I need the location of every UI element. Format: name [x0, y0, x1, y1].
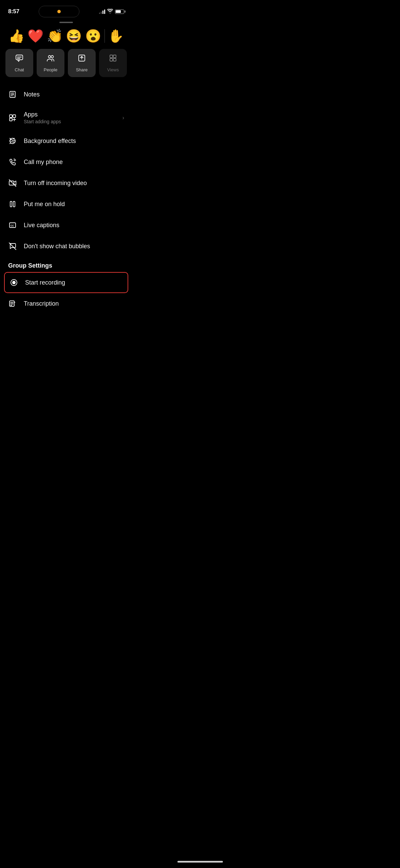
transcription-content: Transcription: [24, 300, 124, 307]
put-on-hold-icon: [8, 200, 17, 209]
start-recording-menu-item[interactable]: Start recording: [4, 272, 128, 293]
emoji-clapping[interactable]: 👏: [47, 29, 63, 43]
svg-point-3: [49, 56, 51, 58]
call-my-phone-menu-item[interactable]: Call my phone: [0, 151, 132, 173]
share-button[interactable]: Share: [68, 49, 96, 77]
svg-rect-16: [9, 118, 12, 121]
apps-title: Apps: [24, 111, 116, 118]
no-chat-bubbles-content: Don't show chat bubbles: [24, 243, 124, 250]
views-button[interactable]: Views: [99, 49, 127, 77]
turn-off-video-menu-item[interactable]: Turn off incoming video: [0, 173, 132, 194]
people-button[interactable]: People: [37, 49, 64, 77]
menu-list: Notes Apps Start adding apps ›: [0, 84, 132, 321]
share-label: Share: [76, 67, 88, 72]
apps-content: Apps Start adding apps: [24, 111, 116, 124]
people-label: People: [44, 67, 57, 72]
svg-rect-9: [113, 58, 116, 61]
views-label: Views: [107, 67, 119, 72]
svg-rect-24: [13, 201, 15, 207]
background-effects-title: Background effects: [24, 138, 124, 145]
sheet-handle: [0, 18, 132, 25]
emoji-thumbs-up[interactable]: 👍: [8, 29, 24, 43]
emoji-hand[interactable]: ✋: [108, 29, 124, 43]
transcription-menu-item[interactable]: Transcription: [0, 293, 132, 314]
start-recording-content: Start recording: [25, 279, 123, 286]
live-captions-title: Live captions: [24, 222, 124, 229]
emoji-surprised[interactable]: 😮: [85, 29, 101, 43]
transcription-title: Transcription: [24, 300, 124, 307]
svg-line-22: [9, 180, 16, 186]
emoji-divider: [104, 29, 105, 43]
chat-label: Chat: [15, 67, 24, 72]
background-effects-menu-item[interactable]: Background effects: [0, 130, 132, 151]
notes-menu-item[interactable]: Notes: [0, 84, 132, 105]
call-my-phone-content: Call my phone: [24, 159, 124, 166]
svg-rect-14: [9, 115, 12, 117]
apps-icon: [8, 113, 17, 122]
people-icon: [46, 54, 55, 65]
svg-rect-8: [110, 58, 113, 61]
dynamic-island: [39, 6, 79, 17]
svg-text:CC: CC: [11, 224, 14, 227]
turn-off-video-title: Turn off incoming video: [24, 180, 124, 187]
signal-icon: [99, 9, 105, 14]
apps-subtitle: Start adding apps: [24, 119, 116, 124]
notes-title: Notes: [24, 91, 124, 98]
views-icon: [109, 54, 117, 65]
no-chat-bubbles-title: Don't show chat bubbles: [24, 243, 124, 250]
transcription-icon: [8, 299, 17, 308]
start-recording-icon: [9, 278, 18, 287]
apps-chevron: ›: [122, 115, 124, 121]
status-time: 8:57: [8, 8, 19, 15]
emoji-reaction-bar: 👍 ❤️ 👏 😆 😮 ✋: [0, 25, 132, 49]
no-chat-bubbles-menu-item[interactable]: Don't show chat bubbles: [0, 236, 132, 257]
svg-point-29: [12, 281, 16, 284]
live-captions-menu-item[interactable]: CC Live captions: [0, 215, 132, 236]
wifi-icon: [107, 9, 113, 15]
dynamic-island-dot: [57, 10, 61, 13]
emoji-laughing[interactable]: 😆: [66, 29, 82, 43]
call-my-phone-title: Call my phone: [24, 159, 124, 166]
svg-rect-0: [16, 55, 23, 60]
svg-rect-23: [10, 201, 12, 207]
put-on-hold-title: Put me on hold: [24, 201, 124, 208]
svg-point-4: [51, 56, 54, 58]
chat-button[interactable]: Chat: [5, 49, 33, 77]
action-buttons-row: Chat People Share: [0, 49, 132, 84]
svg-rect-15: [13, 115, 16, 117]
live-captions-content: Live captions: [24, 222, 124, 229]
emoji-heart[interactable]: ❤️: [27, 29, 43, 43]
no-chat-bubbles-icon: [8, 242, 17, 251]
call-my-phone-icon: [8, 158, 17, 166]
turn-off-video-icon: [8, 179, 17, 187]
background-effects-content: Background effects: [24, 138, 124, 145]
chat-icon: [15, 54, 24, 65]
notes-content: Notes: [24, 91, 124, 98]
put-on-hold-menu-item[interactable]: Put me on hold: [0, 194, 132, 215]
put-on-hold-content: Put me on hold: [24, 201, 124, 208]
start-recording-title: Start recording: [25, 279, 123, 286]
notes-icon: [8, 90, 17, 99]
svg-rect-6: [110, 55, 113, 58]
battery-icon: [115, 10, 124, 14]
sheet-handle-bar: [59, 22, 73, 23]
group-settings-header: Group Settings: [0, 257, 132, 272]
turn-off-video-content: Turn off incoming video: [24, 180, 124, 187]
status-icons: [99, 9, 124, 15]
live-captions-icon: CC: [8, 221, 17, 230]
share-icon: [77, 54, 86, 65]
background-effects-icon: [8, 137, 17, 145]
svg-rect-7: [113, 55, 116, 58]
apps-menu-item[interactable]: Apps Start adding apps ›: [0, 105, 132, 130]
status-bar: 8:57: [0, 0, 132, 18]
